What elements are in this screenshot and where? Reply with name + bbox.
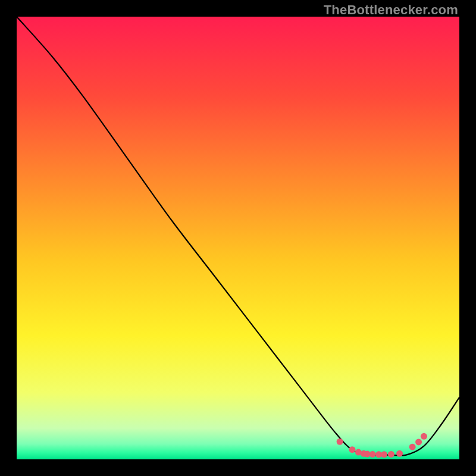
chart-frame: TheBottleneсker.com	[0, 0, 476, 476]
chart-marker	[337, 439, 343, 445]
chart-marker	[396, 450, 403, 457]
chart-marker	[388, 451, 394, 458]
chart-marker	[409, 444, 416, 450]
bottleneck-chart	[17, 17, 459, 459]
chart-marker	[381, 451, 387, 458]
chart-background	[17, 17, 459, 459]
chart-marker	[349, 446, 355, 453]
chart-marker	[421, 433, 427, 440]
watermark-text: TheBottleneсker.com	[324, 2, 458, 18]
chart-marker	[369, 451, 376, 458]
chart-marker	[415, 439, 422, 445]
